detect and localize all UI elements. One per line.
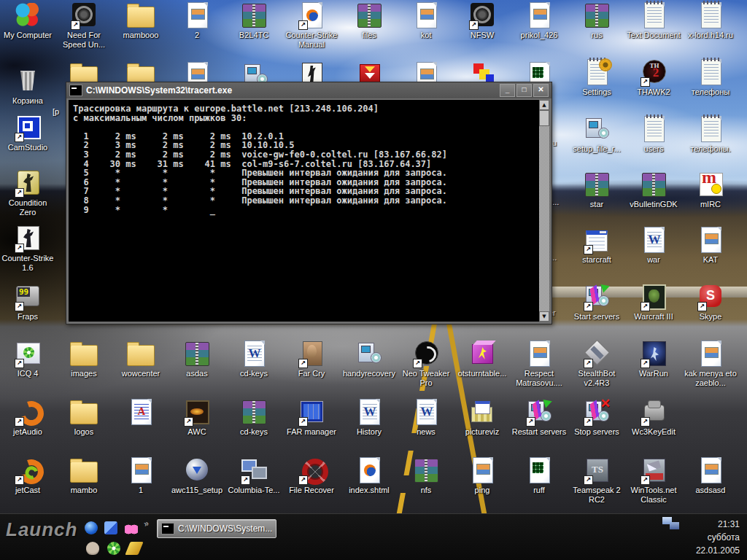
desktop-icon[interactable]: WHistory <box>341 398 398 437</box>
minimize-button[interactable]: _ <box>500 84 515 97</box>
bow-icon[interactable] <box>125 523 138 536</box>
stopsrv-icon: ✕↗ <box>581 398 612 426</box>
desktop-icon[interactable]: KAT <box>682 226 739 265</box>
desktop-icon[interactable]: B2L4TC <box>225 1 282 40</box>
desktop-icon[interactable]: ping <box>454 456 511 495</box>
desktop-icon[interactable]: 2 <box>169 1 225 40</box>
desktop-icon[interactable]: users <box>625 115 682 154</box>
desktop-icon[interactable]: ↗Teamspeak 2 RC2 <box>568 456 625 505</box>
desktop-icon[interactable]: ↗Warcraft III <box>625 283 682 322</box>
desktop-icon[interactable]: ✕↗Stop servers <box>568 398 625 437</box>
desktop-icon[interactable]: asdsasd <box>682 456 739 495</box>
task-button-tracert[interactable]: C:\WINDOWS\System... <box>157 519 276 538</box>
txtdoc-icon <box>638 115 669 143</box>
desktop-icon[interactable]: Respect Matrasovu.... <box>511 340 568 388</box>
maximize-button[interactable]: □ <box>516 84 532 97</box>
desktop-icon[interactable]: pictureviz <box>454 398 511 437</box>
desktop-icon[interactable]: ↗Coundition Zero <box>0 169 56 217</box>
desktop-icon[interactable]: prikol_426 <box>511 1 568 40</box>
desktop-icon[interactable]: 1 <box>112 456 169 495</box>
desktop-icon[interactable]: kak menya eto zaeblo... <box>682 340 739 388</box>
desktop-icon[interactable]: ↗AWC <box>169 398 225 437</box>
scroll-up-icon[interactable]: ▲ <box>539 100 549 110</box>
desktop-icon-label: KAT <box>682 255 739 265</box>
settingsdoc-icon <box>581 58 612 86</box>
window-titlebar[interactable]: C:\WINDOWS\System32\tracert.exe _ □ ✕ <box>66 82 551 98</box>
scrollbar[interactable]: ▲ ▼ <box>539 100 549 322</box>
desktop-icon[interactable]: images <box>55 340 112 378</box>
desktop-icon[interactable]: ↗Far Cry <box>283 340 340 378</box>
desktop-icon[interactable]: logos <box>55 398 112 437</box>
desktop-icon[interactable]: телефоны <box>682 58 739 97</box>
desktop-icon[interactable]: ↗Skype <box>682 283 739 322</box>
icq-flower-icon[interactable] <box>107 542 120 555</box>
desktop-icon[interactable]: ↗Start servers <box>568 283 625 322</box>
desktop-icon[interactable]: star <box>568 171 625 209</box>
desktop-icon[interactable]: Settings <box>568 58 625 97</box>
desktop-icon[interactable]: ↗jetCast <box>0 456 56 495</box>
system-tray-clock: 21:31 суббота 22.01.2005 <box>696 518 740 557</box>
desktop-icon[interactable]: ↗THAWK2 <box>625 58 682 97</box>
desktop-icon[interactable]: ↗Restart servers <box>511 398 568 437</box>
media-player-icon[interactable] <box>85 521 98 534</box>
desktop-icon[interactable]: ↗WarRun <box>625 340 682 378</box>
swap-icon[interactable] <box>104 521 117 534</box>
desktop-icon[interactable]: cd-keys <box>225 398 282 437</box>
worddoc-icon: W <box>411 398 441 426</box>
desktop-icon[interactable]: vBulletinGDK <box>625 171 682 209</box>
desktop-icon[interactable]: ↗Counter-Strike 1.6 <box>0 225 56 273</box>
desktop-icon[interactable]: setup_file_r... <box>568 115 625 154</box>
close-button[interactable]: ✕ <box>533 84 549 97</box>
scroll-thumb[interactable] <box>539 110 549 126</box>
desktop-icon-label: jetCast <box>0 486 56 495</box>
desktop-icon[interactable]: wowcenter <box>112 340 169 378</box>
desktop-icon[interactable]: 99↗Fraps <box>0 283 56 322</box>
network-tray-icon[interactable] <box>662 517 680 530</box>
console-output[interactable]: Трассировка маршрута к europe.battle.net… <box>69 100 549 322</box>
desktop-icon[interactable]: Wcd-keys <box>225 340 282 378</box>
desktop-icon[interactable]: A <box>112 398 169 427</box>
desktop-icon[interactable]: ↗Neo Tweaker Pro <box>398 340 454 388</box>
desktop-icon[interactable]: ↗starcraft <box>568 226 625 265</box>
desktop-icon[interactable]: index.shtml <box>341 456 398 495</box>
desktop-icon[interactable]: handyrecovery <box>341 340 398 378</box>
desktop-icon[interactable]: Wwar <box>625 226 682 265</box>
overflow-chevron-icon[interactable]: » <box>142 518 150 529</box>
worddoc-icon: W <box>638 226 669 254</box>
desktop-icon[interactable]: ↗Counter-Strike Manual <box>283 1 340 50</box>
lightning-icon[interactable] <box>125 542 143 555</box>
desktop-icon[interactable]: ↗File Recover <box>283 456 340 495</box>
desktop-icon[interactable]: kot <box>398 1 454 40</box>
desktop-icon[interactable]: ruff <box>511 456 568 495</box>
desktop-icon[interactable]: ↗ICQ 4 <box>0 340 56 378</box>
desktop-icon[interactable]: nfs <box>398 456 454 495</box>
desktop-icon[interactable]: ↗Need For Speed Un... <box>55 1 112 50</box>
desktop-icon[interactable]: otsturntable... <box>454 340 511 378</box>
desktop-icon[interactable]: ↗CamStudio <box>0 114 56 152</box>
desktop-icon[interactable]: mambo <box>55 456 112 495</box>
desktop-icon[interactable]: Wnews <box>398 398 454 437</box>
desktop-icon-label: Warcraft III <box>625 312 682 322</box>
desktop-icon[interactable]: awc115_setup <box>169 456 225 495</box>
desktop-icon[interactable]: files <box>341 1 398 40</box>
desktop-icon[interactable]: mambooo <box>112 1 169 40</box>
desktop-icon[interactable]: mIRC <box>682 171 739 209</box>
desktop-icon[interactable]: ↗Columbia-Te... <box>225 456 282 495</box>
desktop-icon[interactable]: ↗jetAudio <box>0 398 56 437</box>
desktop-icon[interactable]: asdas <box>169 340 225 378</box>
desktop-icon[interactable]: ↗FAR manager <box>283 398 340 437</box>
scroll-down-icon[interactable]: ▼ <box>539 311 549 322</box>
desktop-icon[interactable]: rus <box>568 1 625 40</box>
imgdoc-icon <box>524 340 554 368</box>
desktop-icon[interactable]: ↗NFSW <box>454 1 511 40</box>
desktop-icon[interactable]: Корзина <box>0 67 56 106</box>
desktop-icon[interactable]: ↗WinTools.net Classic <box>625 456 682 505</box>
desktop-icon[interactable]: ↗StealthBot v2.4R3 <box>568 340 625 388</box>
desktop-icon[interactable]: телефоны. <box>682 115 739 154</box>
desktop-icon[interactable]: x-lord.h14.ru <box>682 1 739 40</box>
desktop-icon[interactable]: ↗Wc3KeyEdit <box>625 398 682 437</box>
desktop-icon[interactable]: My Computer <box>0 1 56 40</box>
desktop-icon[interactable]: Text Document <box>625 1 682 40</box>
mask-icon[interactable] <box>86 542 99 555</box>
imgdoc-icon <box>695 340 726 368</box>
